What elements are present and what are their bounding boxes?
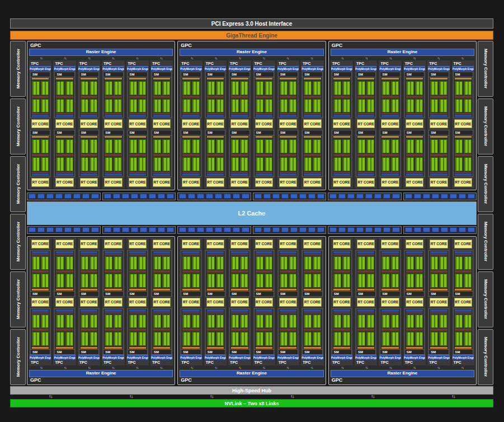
l2-cache-slice bbox=[29, 227, 36, 232]
sm-bottom-bar bbox=[256, 310, 272, 312]
sm-label: SM bbox=[255, 291, 274, 296]
sm-top-bar bbox=[81, 347, 97, 349]
sm-top-bar bbox=[256, 78, 272, 79]
sm-top-bar bbox=[381, 78, 398, 79]
sm-thin-bar bbox=[129, 254, 146, 255]
sm-label: SM bbox=[380, 349, 399, 354]
sm-bottom-bar bbox=[207, 174, 224, 176]
sm-unit: SM bbox=[278, 72, 298, 118]
sm-top-bar bbox=[280, 78, 296, 79]
sm-unit: SM bbox=[54, 308, 74, 355]
sm-top-bar bbox=[406, 78, 423, 79]
l2-cache-slice bbox=[215, 227, 222, 232]
l2-cache-slice bbox=[308, 194, 315, 199]
core-column bbox=[357, 81, 365, 95]
sm-top-bar bbox=[207, 347, 224, 349]
core-column bbox=[65, 99, 73, 113]
sm-unit: SM bbox=[278, 308, 298, 355]
core-column bbox=[138, 81, 146, 95]
sm-label: SM bbox=[103, 291, 123, 296]
memory-controller-label: Memory Controller bbox=[16, 164, 21, 204]
sm-label: SM bbox=[103, 349, 123, 354]
core-column bbox=[129, 157, 137, 171]
sm-bottom-bar bbox=[231, 174, 248, 176]
sm-bottom-bar bbox=[207, 115, 224, 117]
core-block bbox=[256, 99, 272, 113]
sm-unit: SM bbox=[332, 130, 352, 176]
sm-thin-bar bbox=[81, 172, 97, 173]
sm-thin-bar bbox=[430, 172, 447, 173]
core-column bbox=[216, 256, 224, 270]
core-block bbox=[406, 139, 423, 153]
tpc: TPCPolyMorph EngineSMRT CORESMRT CORE bbox=[78, 238, 100, 366]
sm-bottom-bar bbox=[153, 251, 170, 254]
core-block bbox=[56, 157, 73, 171]
hub-nvlink-arrows-row: ↑↓↑↓↑↓↑↓↑↓↑↓ bbox=[10, 395, 493, 399]
core-column bbox=[81, 256, 88, 270]
rt-core: RT CORE bbox=[454, 298, 472, 307]
core-block bbox=[105, 273, 121, 288]
sm-unit: SM bbox=[181, 308, 201, 355]
sm-top-bar bbox=[455, 136, 472, 138]
sm-label: SM bbox=[332, 291, 351, 296]
l2-cache-slice bbox=[365, 227, 373, 232]
core-block bbox=[455, 256, 472, 270]
core-block bbox=[207, 81, 224, 95]
sm-label: SM bbox=[230, 291, 249, 296]
core-column bbox=[105, 81, 112, 95]
updown-arrows-icon: ↑↓ bbox=[204, 366, 228, 369]
rt-core: RT CORE bbox=[80, 240, 98, 248]
core-column bbox=[415, 256, 423, 270]
l2-cache-slice bbox=[432, 194, 439, 199]
core-block bbox=[129, 273, 146, 288]
sm-label: SM bbox=[380, 291, 399, 296]
sm-label: SM bbox=[230, 130, 249, 135]
tpc-label: TPC bbox=[229, 360, 250, 365]
core-column bbox=[406, 157, 414, 171]
core-block bbox=[182, 314, 199, 329]
sm-mid-bar bbox=[455, 329, 472, 331]
sm-top-bar bbox=[333, 78, 350, 79]
sm-thin-bar bbox=[381, 312, 398, 313]
l2-cache-slice bbox=[392, 227, 399, 232]
memory-controller-label: Memory Controller bbox=[483, 337, 488, 377]
sm-unit: SM bbox=[30, 72, 50, 118]
rt-core: RT CORE bbox=[55, 240, 73, 248]
rt-core: RT CORE bbox=[303, 240, 321, 248]
core-column bbox=[207, 314, 215, 329]
l2-cache-slice bbox=[356, 194, 364, 199]
core-column bbox=[455, 99, 463, 113]
core-column bbox=[81, 331, 88, 346]
polymorph-engine-bar: PolyMorph Engine bbox=[151, 355, 172, 360]
core-column bbox=[464, 139, 472, 153]
core-column bbox=[406, 256, 414, 270]
core-column bbox=[192, 99, 200, 113]
core-column bbox=[162, 273, 170, 288]
sm-unit: SM bbox=[152, 250, 172, 297]
sm-label: SM bbox=[152, 72, 171, 77]
core-column bbox=[81, 157, 88, 171]
core-column bbox=[182, 314, 190, 329]
sm-thin-bar bbox=[357, 113, 374, 114]
sm-thin-bar bbox=[56, 113, 73, 114]
core-column bbox=[32, 314, 40, 329]
tpc-label: TPC bbox=[379, 61, 401, 66]
memory-controller-label: Memory Controller bbox=[483, 106, 488, 146]
l2-cache-slice bbox=[55, 194, 63, 199]
sm-top-bar bbox=[129, 289, 146, 290]
core-block bbox=[333, 314, 350, 329]
l2-cache-slice bbox=[468, 194, 475, 199]
l2-cache-slice bbox=[82, 227, 90, 232]
sm-label: SM bbox=[79, 349, 98, 354]
sm-bottom-bar bbox=[357, 174, 374, 176]
sm-mid-bar bbox=[231, 270, 248, 273]
polymorph-engine-bar: PolyMorph Engine bbox=[127, 355, 148, 360]
core-column bbox=[41, 139, 49, 153]
sm-thin-bar bbox=[381, 172, 398, 173]
core-block bbox=[231, 157, 248, 171]
l2-cache-slice bbox=[414, 227, 421, 232]
core-column bbox=[357, 157, 365, 171]
polymorph-engine-bar: PolyMorph Engine bbox=[229, 66, 250, 71]
tpc: TPCPolyMorph EngineSMRT CORESMRT CORE bbox=[204, 238, 227, 366]
tpc-label: TPC bbox=[54, 61, 75, 66]
